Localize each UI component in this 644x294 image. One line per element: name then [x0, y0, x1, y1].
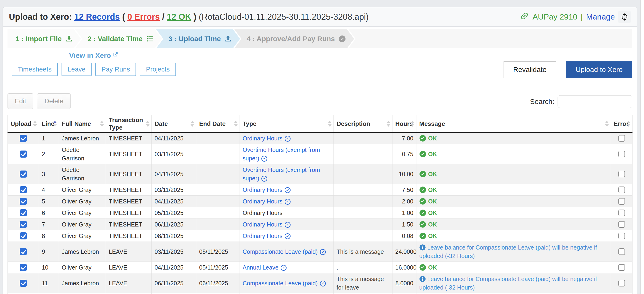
line-cell: 5	[39, 196, 59, 207]
end-date-cell: 05/11/2025	[196, 262, 240, 273]
error-checkbox[interactable]	[618, 151, 625, 157]
error-checkbox[interactable]	[618, 210, 625, 216]
xero-button-timesheets[interactable]: Timesheets	[12, 63, 58, 76]
upload-checkbox[interactable]	[20, 264, 27, 271]
panel-header: Upload to Xero: 12 Records ( 0 Errors / …	[3, 7, 637, 27]
scrollbar[interactable]	[640, 0, 644, 294]
error-checkbox[interactable]	[618, 233, 625, 239]
records-link[interactable]: 12 Records	[74, 12, 120, 22]
error-checkbox[interactable]	[618, 135, 625, 141]
upload-checkbox[interactable]	[20, 280, 27, 287]
hours-cell: 10.00	[392, 164, 416, 184]
xero-button-projects[interactable]: Projects	[140, 63, 176, 76]
wizard-filler	[348, 29, 632, 48]
column-header-hours[interactable]: Hours	[392, 115, 416, 133]
error-checkbox[interactable]	[618, 198, 625, 205]
upload-to-xero-button[interactable]: Upload to Xero	[566, 61, 632, 78]
delete-button[interactable]: Delete	[37, 93, 71, 109]
transaction-type-cell: TIMESHEET	[106, 184, 152, 196]
message-cell: OK	[416, 207, 611, 219]
type-cell: Annual Leave	[240, 262, 334, 273]
step-label: 4 : Approve/Add Pay Runs	[246, 35, 335, 43]
search-label: Search:	[530, 98, 554, 106]
xero-button-leave[interactable]: Leave	[62, 63, 92, 76]
sort-icon	[100, 121, 104, 127]
pay-item-link[interactable]: Ordinary Hours	[242, 233, 282, 239]
view-in-xero-link[interactable]: View in Xero	[69, 52, 118, 60]
pay-item-link[interactable]: Compassionate Leave (paid)	[242, 280, 318, 286]
error-checkbox[interactable]	[618, 280, 625, 286]
error-checkbox[interactable]	[618, 171, 625, 177]
column-label: End Date	[199, 120, 226, 127]
xero-buttons: TimesheetsLeavePay RunsProjects	[12, 63, 176, 76]
wizard-step-3[interactable]: 3 : Upload Time	[156, 29, 240, 48]
upload-checkbox[interactable]	[20, 151, 27, 158]
wizard-step-4[interactable]: 4 : Approve/Add Pay Runs	[234, 29, 354, 48]
error-checkbox[interactable]	[618, 248, 625, 255]
table-row: 11James LebronLEAVE06/11/202506/11/2025C…	[8, 273, 632, 293]
column-header-message[interactable]: Message	[416, 115, 611, 133]
column-label: Transaction Type	[109, 116, 143, 131]
transaction-type-cell: LEAVE	[106, 293, 152, 294]
description-cell	[334, 144, 392, 164]
type-cell: Ordinary Hours	[240, 230, 334, 242]
column-header-transaction-type[interactable]: Transaction Type	[106, 115, 152, 133]
upload-checkbox[interactable]	[20, 186, 27, 193]
pay-item-link[interactable]: Overtime Hours (exempt from super)	[242, 167, 320, 182]
column-label: Date	[154, 120, 168, 127]
connected-org-label[interactable]: AUPay 2910	[532, 12, 577, 21]
table-row: 12Odette GarrisonLEAVE07/11/202507/11/20…	[8, 293, 632, 294]
error-cell	[611, 230, 632, 242]
message-cell: OK	[416, 164, 611, 184]
error-cell	[611, 196, 632, 207]
pay-item-link[interactable]: Ordinary Hours	[242, 135, 282, 141]
end-date-cell: 05/11/2025	[196, 242, 240, 262]
error-checkbox[interactable]	[618, 221, 625, 228]
pay-item-link[interactable]: Compassionate Leave (paid)	[242, 248, 318, 255]
column-header-full-name[interactable]: Full Name	[59, 115, 106, 133]
pay-item-link[interactable]: Annual Leave	[242, 264, 278, 271]
end-date-cell	[196, 207, 240, 219]
upload-checkbox[interactable]	[20, 135, 27, 142]
pay-item-link[interactable]: Ordinary Hours	[242, 198, 282, 205]
description-cell: This is a message for leave	[334, 273, 392, 293]
hours-cell: 16.0000	[392, 262, 416, 273]
upload-checkbox[interactable]	[20, 221, 27, 228]
upload-checkbox[interactable]	[20, 248, 27, 255]
pay-item-link[interactable]: Overtime Hours (exempt from super)	[242, 146, 320, 162]
column-header-type[interactable]: Type	[240, 115, 334, 133]
column-header-date[interactable]: Date	[152, 115, 196, 133]
upload-checkbox[interactable]	[20, 209, 27, 216]
upload-checkbox[interactable]	[20, 198, 27, 205]
error-checkbox[interactable]	[618, 264, 625, 271]
xero-button-pay-runs[interactable]: Pay Runs	[95, 63, 136, 76]
edit-button[interactable]: Edit	[8, 93, 33, 109]
upload-checkbox[interactable]	[20, 171, 27, 178]
column-header-upload[interactable]: Upload	[8, 115, 39, 133]
column-header-line[interactable]: Line	[39, 115, 59, 133]
pay-item-link[interactable]: Ordinary Hours	[242, 221, 282, 228]
wizard-step-1[interactable]: 1 : Import File	[8, 29, 81, 48]
pay-item-link[interactable]: Ordinary Hours	[242, 187, 282, 193]
error-checkbox[interactable]	[618, 187, 625, 193]
ok-check-icon	[419, 186, 426, 193]
column-header-end-date[interactable]: End Date	[196, 115, 240, 133]
manage-link[interactable]: Manage	[586, 12, 615, 21]
column-header-error[interactable]: Error	[611, 115, 632, 133]
type-cell: Overtime Hours (exempt from super)	[240, 164, 334, 184]
check-circle-icon	[261, 156, 268, 162]
wizard-step-2[interactable]: 2 : Validate Time	[76, 29, 162, 48]
paren-open: (	[122, 12, 125, 22]
search-input[interactable]	[558, 95, 632, 108]
ok-check-icon	[419, 171, 426, 178]
ok-label: OK	[428, 197, 437, 206]
ok-link[interactable]: 12 OK	[167, 12, 191, 22]
upload-checkbox[interactable]	[20, 232, 27, 239]
errors-link[interactable]: 0 Errors	[127, 12, 160, 22]
line-cell: 6	[39, 207, 59, 219]
revalidate-button[interactable]: Revalidate	[504, 61, 556, 78]
panel-body: 1 : Import File2 : Validate Time3 : Uplo…	[3, 27, 637, 294]
column-header-description[interactable]: Description	[334, 115, 392, 133]
ok-label: OK	[428, 134, 437, 142]
refresh-button[interactable]	[618, 11, 631, 23]
